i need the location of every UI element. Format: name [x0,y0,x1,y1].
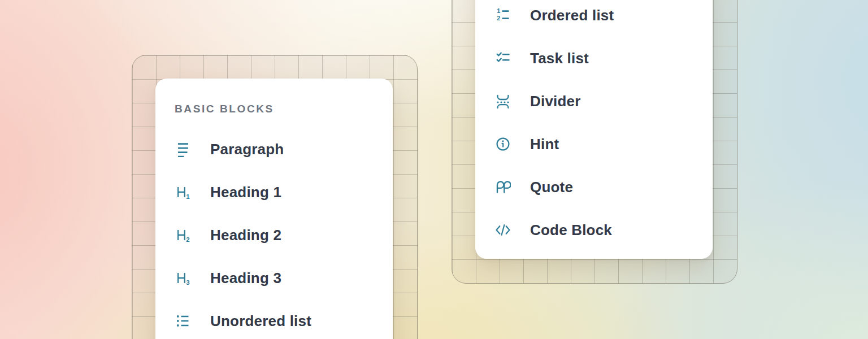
menu-item-label: Paragraph [210,141,284,158]
menu-item-label: Code Block [530,221,612,239]
blocks-item-list: 12Ordered listTask listDividerHintQuoteC… [475,0,713,251]
section-header-basic-blocks: BASIC BLOCKS [175,103,393,114]
svg-text:1: 1 [186,193,190,200]
blocks-menu-continued: 12Ordered listTask listDividerHintQuoteC… [475,0,713,259]
menu-item-quote[interactable]: Quote [475,166,713,208]
unordered-list-icon [175,313,191,329]
menu-item-divider[interactable]: Divider [475,80,713,123]
menu-item-label: Heading 2 [210,227,281,244]
svg-text:3: 3 [186,279,189,286]
hint-icon [495,136,511,152]
menu-item-label: Task list [530,50,589,67]
svg-text:2: 2 [186,236,189,243]
menu-item-heading-3[interactable]: 3Heading 3 [155,257,393,299]
heading-1-icon: 1 [175,184,191,200]
menu-item-label: Heading 3 [210,270,281,287]
ordered-list-icon: 12 [495,7,511,23]
menu-item-label: Hint [530,136,559,153]
menu-item-ordered-list[interactable]: 12Ordered list [475,0,713,37]
menu-item-label: Divider [530,93,581,110]
menu-item-paragraph[interactable]: Paragraph [155,128,393,171]
heading-2-icon: 2 [175,227,191,243]
code-block-icon [495,222,511,238]
paragraph-icon [175,141,191,157]
menu-item-label: Unordered list [210,312,311,330]
svg-text:2: 2 [497,15,500,21]
task-list-icon [495,50,511,66]
quote-icon [495,179,511,195]
svg-text:1: 1 [497,7,500,14]
menu-item-heading-1[interactable]: 1Heading 1 [155,171,393,214]
menu-item-label: Heading 1 [210,184,281,201]
menu-item-label: Ordered list [530,7,614,24]
basic-blocks-menu: BASIC BLOCKS Paragraph1Heading 12Heading… [155,79,393,339]
menu-item-unordered-list[interactable]: Unordered list [155,299,393,339]
menu-item-heading-2[interactable]: 2Heading 2 [155,214,393,257]
menu-item-label: Quote [530,179,573,196]
menu-item-hint[interactable]: Hint [475,123,713,166]
basic-blocks-item-list: Paragraph1Heading 12Heading 23Heading 3U… [155,128,393,339]
heading-3-icon: 3 [175,270,191,286]
menu-item-task-list[interactable]: Task list [475,37,713,80]
divider-icon [495,93,511,109]
menu-item-code-block[interactable]: Code Block [475,208,713,251]
gradient-background [0,0,868,339]
